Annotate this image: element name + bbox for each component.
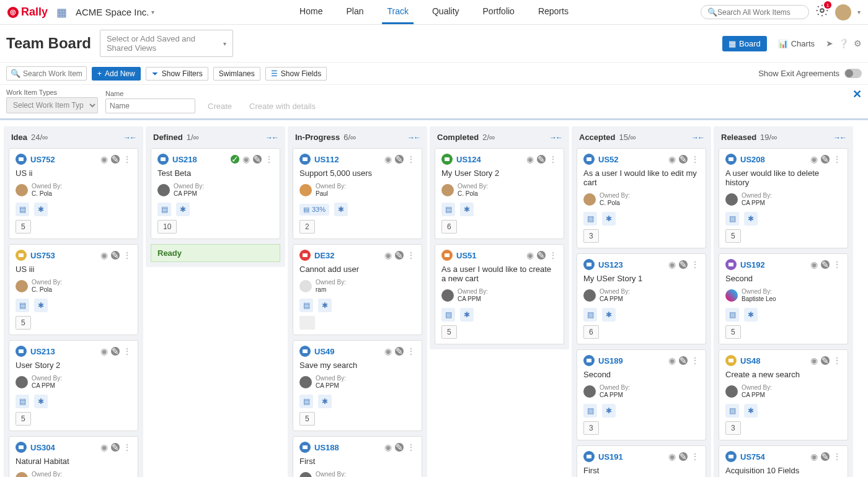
collapse-icon[interactable]: →← [123,133,136,142]
card-id-link[interactable]: US218 [172,155,197,164]
swimlanes-button[interactable]: Swimlanes [213,67,260,81]
card-id-link[interactable]: DE32 [314,251,335,260]
more-icon[interactable]: ⋮ [833,452,841,462]
edit-icon[interactable]: ✎ [821,356,830,365]
nav-plan[interactable]: Plan [341,0,368,24]
card-id-link[interactable]: US49 [314,347,335,356]
watch-icon[interactable]: ◉ [810,452,818,462]
send-icon[interactable]: ➤ [826,38,833,48]
edit-icon[interactable]: ✎ [821,155,830,164]
card-US754[interactable]: US754◉✎⋮Acquisition 10 FieldsOwned By:C.… [719,445,848,477]
card-US753[interactable]: US753◉✎⋮US iiiOwned By:C. Pola▤✱5 [9,244,138,335]
defect-icon[interactable]: ✱ [602,308,616,322]
more-icon[interactable]: ⋮ [407,442,415,452]
edit-icon[interactable]: ✎ [679,260,688,269]
collapse-icon[interactable]: →← [407,133,420,142]
charts-view-button[interactable]: 📊 Charts [772,36,821,51]
task-icon[interactable]: ▤ [725,308,739,322]
card-US49[interactable]: US49◉✎⋮Save my searchOwned By:CA PPM▤✱5 [293,340,422,431]
card-id-link[interactable]: US752 [30,155,55,164]
name-input[interactable] [105,98,195,113]
edit-icon[interactable]: ✎ [253,155,262,164]
help-icon[interactable]: ❔ [838,38,849,48]
task-icon[interactable]: ▤ [299,395,313,408]
defect-icon[interactable]: ✱ [318,299,332,312]
watch-icon[interactable]: ◉ [384,442,392,452]
task-icon[interactable]: ▤ [583,212,597,225]
card-US112[interactable]: US112◉✎⋮Support 5,000 usersOwned By:Paul… [293,148,422,239]
task-icon[interactable]: ▤ [16,395,29,408]
defect-icon[interactable]: ✱ [334,203,348,216]
watch-icon[interactable]: ◉ [100,346,108,356]
card-id-link[interactable]: US123 [598,260,623,269]
card-US51[interactable]: US51◉✎⋮As a user I would like to create … [435,244,564,344]
card-id-link[interactable]: US112 [314,155,339,164]
task-icon[interactable]: ▤ [725,212,739,225]
card-US52[interactable]: US52◉✎⋮As a user I would like to edit my… [577,148,706,248]
card-id-link[interactable]: US51 [456,251,477,260]
watch-icon[interactable]: ◉ [242,154,250,164]
card-id-link[interactable]: US753 [30,251,55,260]
card-id-link[interactable]: US192 [740,260,765,269]
edit-icon[interactable]: ✎ [111,155,120,164]
nav-track[interactable]: Track [382,0,413,24]
card-US124[interactable]: US124◉✎⋮My User Story 2Owned By:C. Pola▤… [435,148,564,239]
more-icon[interactable]: ⋮ [691,260,699,269]
edit-icon[interactable]: ✎ [679,155,688,164]
watch-icon[interactable]: ◉ [100,250,108,260]
more-icon[interactable]: ⋮ [123,346,131,356]
more-icon[interactable]: ⋮ [407,154,415,164]
more-icon[interactable]: ⋮ [691,356,699,365]
more-icon[interactable]: ⋮ [691,154,699,164]
watch-icon[interactable]: ◉ [526,154,534,164]
card-DE32[interactable]: DE32◉✎⋮Cannot add userOwned By:ram▤✱ [293,244,422,335]
more-icon[interactable]: ⋮ [833,260,841,269]
defect-icon[interactable]: ✱ [34,299,48,312]
card-US208[interactable]: US208◉✎⋮A user would like to delete hist… [719,148,848,248]
user-menu-chevron-icon[interactable]: ▾ [857,9,861,15]
watch-icon[interactable]: ◉ [668,356,676,365]
global-search[interactable]: 🔍 [701,5,809,19]
collapse-icon[interactable]: →← [549,133,562,142]
more-icon[interactable]: ⋮ [691,452,699,462]
edit-icon[interactable]: ✎ [111,443,120,452]
work-item-type-select[interactable]: Select Work Item Types... [6,97,98,113]
board-view-button[interactable]: ▦ Board [722,36,767,51]
create-button[interactable]: Create [203,99,237,113]
card-US48[interactable]: US48◉✎⋮Create a new searchOwned By:CA PP… [719,349,848,440]
more-icon[interactable]: ⋮ [407,250,415,260]
defect-icon[interactable]: ✱ [744,404,758,418]
defect-icon[interactable]: ✱ [176,203,190,216]
nav-home[interactable]: Home [294,0,327,24]
exit-agreements-toggle[interactable] [844,69,862,78]
collapse-icon[interactable]: →← [691,133,704,142]
collapse-icon[interactable]: →← [265,133,278,142]
card-id-link[interactable]: US48 [740,356,761,365]
create-with-details-button[interactable]: Create with details [244,99,321,113]
defect-icon[interactable]: ✱ [602,212,616,225]
task-icon[interactable]: ▤ [16,299,29,312]
card-US304[interactable]: US304◉✎⋮Natural HabitatOwned By:C. Pola▤… [9,436,138,477]
user-avatar[interactable] [835,4,851,20]
edit-icon[interactable]: ✎ [395,251,404,260]
close-icon[interactable]: ✕ [852,87,862,101]
watch-icon[interactable]: ◉ [810,356,818,365]
more-icon[interactable]: ⋮ [123,250,131,260]
card-id-link[interactable]: US191 [598,452,623,462]
task-icon[interactable]: ▤ [299,299,313,312]
defect-icon[interactable]: ✱ [744,308,758,322]
card-US191[interactable]: US191◉✎⋮FirstOwned By:CA PPM▤✱5 [577,445,706,477]
edit-icon[interactable]: ✎ [821,452,830,461]
task-icon[interactable]: ▤ [583,404,597,418]
card-id-link[interactable]: US213 [30,347,55,356]
more-icon[interactable]: ⋮ [265,154,273,164]
add-new-button[interactable]: + Add New [92,67,141,81]
notifications-icon[interactable]: 1 [815,4,829,20]
edit-icon[interactable]: ✎ [679,356,688,365]
card-US218[interactable]: US218✓◉✎⋮Test BetaOwned By:CA PPM▤✱10 [151,148,280,239]
watch-icon[interactable]: ◉ [100,442,108,452]
nav-reports[interactable]: Reports [533,0,574,24]
defect-icon[interactable]: ✱ [602,404,616,418]
more-icon[interactable]: ⋮ [833,154,841,164]
show-filters-button[interactable]: ⏷ Show Filters [146,67,208,81]
